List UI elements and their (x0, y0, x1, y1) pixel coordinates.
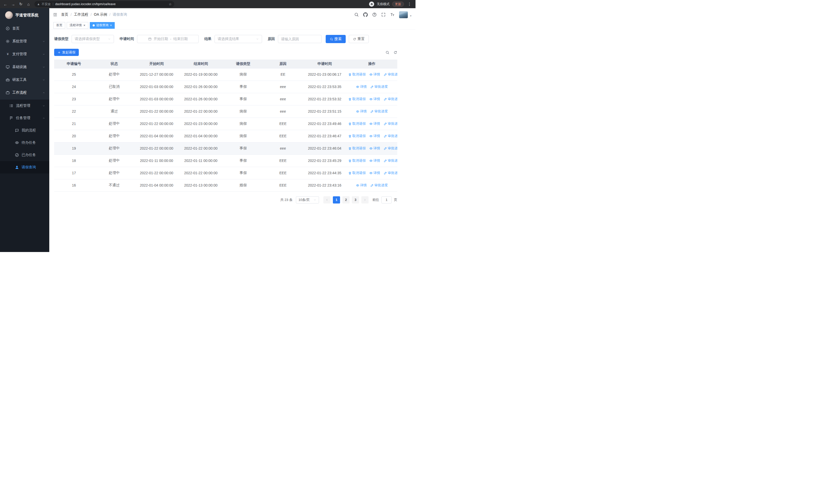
breadcrumb-item-home[interactable]: 首页 (61, 12, 68, 17)
edit-icon (384, 159, 387, 162)
approval-progress-link[interactable]: 审批进度 (370, 183, 388, 187)
page-button-3[interactable]: 3 (352, 196, 359, 204)
request-id-cell: 19 (54, 142, 94, 154)
detail-link[interactable]: 详情 (356, 109, 367, 114)
apply-time-cell: 2022-01-23 00:06:17 (303, 68, 346, 81)
page-size-select[interactable]: 10条/页 (296, 196, 319, 204)
cancel-leave-link[interactable]: 取消请假 (348, 72, 366, 77)
edit-icon (384, 122, 387, 125)
cancel-leave-link[interactable]: 取消请假 (348, 171, 366, 175)
font-size-icon[interactable] (390, 12, 395, 17)
cancel-leave-link[interactable]: 取消请假 (348, 97, 366, 101)
sidebar-item-process-management[interactable]: 流程管理 (0, 99, 49, 112)
approval-progress-link[interactable]: 审批进度 (370, 109, 388, 114)
goto-page-input[interactable] (381, 196, 392, 204)
back-button[interactable]: ← (2, 1, 9, 7)
actions-cell: 详情审批进度 (346, 81, 397, 93)
result-label: 结果 (204, 37, 211, 41)
browser-menu-icon[interactable]: ⋮ (406, 2, 412, 6)
approval-progress-link[interactable]: 审批进度 (384, 158, 397, 163)
address-bar[interactable]: ▲ 不安全 dashboard.yudao.iocoder.cn/bpm/oa/… (34, 1, 174, 7)
forward-button[interactable]: → (10, 1, 17, 7)
cancel-leave-link[interactable]: 取消请假 (348, 158, 366, 163)
fullscreen-icon[interactable] (381, 12, 386, 17)
approval-progress-link[interactable]: 审批进度 (384, 146, 397, 151)
close-icon[interactable]: × (83, 24, 85, 27)
detail-link[interactable]: 详情 (369, 72, 380, 77)
eye-icon (369, 73, 373, 76)
tab-leave-query[interactable]: 请假查询 × (90, 22, 115, 29)
sidebar-item-dev-tools[interactable]: 研发工具 (0, 73, 49, 86)
detail-link[interactable]: 详情 (369, 146, 380, 151)
search-button[interactable]: 搜索 (326, 35, 346, 43)
approval-progress-link[interactable]: 审批进度 (370, 84, 388, 89)
detail-link[interactable]: 详情 (356, 84, 367, 89)
approval-progress-link[interactable]: 审批进度 (384, 72, 397, 77)
action-label: 审批进度 (388, 146, 397, 151)
table-row: 19处理中2022-01-22 00:00:002022-01-22 00:00… (54, 142, 397, 154)
tab-home[interactable]: 首页 (53, 22, 65, 29)
help-icon[interactable] (372, 12, 377, 17)
app-frame: 芋道管理系统 首页 系统管理 ¥ 支付管理 基 (0, 8, 416, 252)
incognito-icon (369, 2, 374, 7)
approval-progress-link[interactable]: 审批进度 (384, 121, 397, 126)
approval-progress-link[interactable]: 审批进度 (384, 171, 397, 175)
approval-progress-link[interactable]: 审批进度 (384, 134, 397, 138)
start-time-cell: 2022-01-04 00:00:00 (135, 179, 178, 191)
detail-link[interactable]: 详情 (356, 183, 367, 187)
create-leave-button[interactable]: 发起请假 (54, 49, 79, 56)
cancel-leave-link[interactable]: 取消请假 (348, 121, 366, 126)
detail-link[interactable]: 详情 (369, 171, 380, 175)
page-button-2[interactable]: 2 (342, 196, 349, 204)
prev-page-button[interactable] (323, 196, 331, 204)
detail-link[interactable]: 详情 (369, 97, 380, 101)
next-page-button[interactable] (361, 196, 369, 204)
chevron-down-icon (256, 37, 259, 40)
cancel-leave-link[interactable]: 取消请假 (348, 134, 366, 138)
action-label: 审批进度 (388, 171, 397, 175)
detail-link[interactable]: 详情 (369, 158, 380, 163)
approval-progress-link[interactable]: 审批进度 (384, 97, 397, 101)
apply-time-range[interactable]: 开始日期 - 结束日期 (137, 35, 199, 43)
sidebar-item-payment-management[interactable]: ¥ 支付管理 (0, 48, 49, 61)
actions-cell: 取消请假详情审批进度 (346, 130, 397, 142)
reason-input[interactable] (278, 35, 321, 43)
detail-link[interactable]: 详情 (369, 134, 380, 138)
status-cell: 通过 (94, 105, 135, 118)
sidebar-item-todo-tasks[interactable]: 待办任务 (0, 137, 49, 149)
menu-label: 基础设施 (12, 65, 27, 69)
sidebar-item-system-management[interactable]: 系统管理 (0, 35, 49, 48)
tab-process-detail[interactable]: 流程详情 × (67, 22, 88, 29)
column-header-apply-time: 申请时间 (303, 60, 346, 68)
leave-type-cell: 病假 (223, 130, 263, 142)
detail-link[interactable]: 详情 (369, 121, 380, 126)
search-icon[interactable] (354, 12, 359, 17)
search-toggle-icon[interactable] (385, 51, 389, 54)
cancel-leave-link[interactable]: 取消请假 (348, 146, 366, 151)
sidebar-item-done-tasks[interactable]: 已办任务 (0, 149, 49, 161)
close-icon[interactable]: × (110, 24, 112, 27)
column-header-start: 开始时间 (135, 60, 178, 68)
leave-type-select[interactable]: 请选择请假类型 (71, 35, 114, 43)
sidebar-item-infrastructure[interactable]: 基础设施 (0, 61, 49, 73)
sidebar-item-task-management[interactable]: 任务管理 (0, 112, 49, 124)
collapse-sidebar-icon[interactable] (53, 12, 57, 17)
end-time-cell: 2022-01-22 00:00:00 (178, 105, 223, 118)
user-avatar[interactable] (399, 11, 408, 18)
calendar-icon (148, 37, 152, 41)
sidebar-item-my-processes[interactable]: 我的流程 (0, 124, 49, 137)
page-button-1[interactable]: 1 (333, 196, 340, 204)
refresh-table-icon[interactable] (394, 51, 397, 54)
result-select[interactable]: 请选择流结果 (214, 35, 262, 43)
reset-button[interactable]: 重置 (349, 35, 369, 43)
sidebar-item-workflow[interactable]: 工作流程 (0, 86, 49, 99)
sidebar-item-leave-query[interactable]: 请假查询 (0, 161, 49, 174)
reload-button[interactable]: ↻ (18, 1, 24, 7)
update-button[interactable]: 更新 (392, 2, 404, 7)
sidebar-item-home[interactable]: 首页 (0, 22, 49, 35)
actions-cell: 取消请假详情审批进度 (346, 154, 397, 167)
reason-cell: EEE (263, 167, 303, 179)
github-icon[interactable] (363, 12, 368, 17)
bookmark-star-icon[interactable]: ☆ (169, 2, 172, 6)
home-button[interactable]: ⌂ (25, 1, 32, 7)
